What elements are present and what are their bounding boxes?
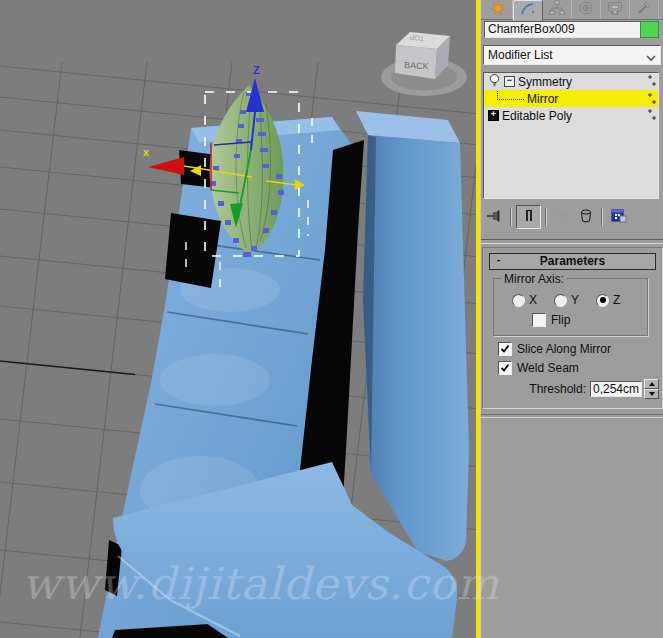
pin-stack-icon: [486, 209, 504, 226]
checkmark-icon: [500, 344, 510, 354]
tab-utilities[interactable]: [630, 0, 659, 19]
modifier-stack-item-editable-poly[interactable]: + Editable Poly: [484, 107, 658, 124]
radio-circle-icon[interactable]: [512, 294, 525, 307]
modifier-stack-item-symmetry[interactable]: − Symmetry: [484, 73, 658, 90]
pin-stack-button[interactable]: [483, 206, 506, 228]
modifier-label: Symmetry: [518, 75, 572, 89]
configure-modifier-sets-icon: [611, 208, 627, 227]
threshold-spinner: [644, 379, 659, 399]
modifier-label: Mirror: [527, 92, 558, 106]
modify-icon: [520, 1, 536, 20]
command-panel: ChamferBox009 Modifier List − Symmetry: [480, 0, 663, 638]
make-unique-button[interactable]: [551, 206, 574, 228]
tab-modify[interactable]: [513, 0, 543, 21]
gizmo-z-label: Z: [253, 64, 260, 76]
tree-branch-icon: [497, 91, 524, 100]
radio-label: Y: [571, 293, 579, 307]
object-name-input[interactable]: ChamferBox009: [484, 21, 642, 38]
slice-along-mirror-checkbox[interactable]: [498, 342, 512, 356]
tab-display[interactable]: [601, 0, 630, 19]
flip-checkbox[interactable]: [532, 313, 546, 327]
panel-bottom-divider: [481, 414, 663, 418]
flip-checkbox-row[interactable]: Flip: [532, 313, 570, 327]
bulb-icon[interactable]: [488, 73, 501, 91]
mirror-axis-group: Mirror Axis: X Y Z: [493, 278, 648, 336]
weld-seam-checkbox[interactable]: [498, 361, 512, 375]
viewcube-front-label: BACK: [404, 60, 429, 71]
radio-y[interactable]: Y: [554, 293, 579, 307]
modifier-stack: − Symmetry Mirror + Editable Poly: [483, 72, 659, 199]
command-panel-tabs: [481, 0, 663, 20]
display-icon: [607, 0, 623, 19]
mirror-axis-options: X Y Z: [512, 293, 620, 307]
weld-label: Weld Seam: [517, 361, 579, 375]
rollout-collapse-button[interactable]: -: [493, 255, 504, 266]
3dsmax-window: x Z BACK: [0, 0, 663, 638]
perspective-viewport[interactable]: x Z BACK: [0, 0, 477, 638]
slice-checkbox-row[interactable]: Slice Along Mirror: [498, 342, 611, 356]
show-end-result-button[interactable]: [516, 205, 541, 229]
spinner-down-button[interactable]: [644, 389, 659, 399]
panel-divider: [481, 239, 663, 244]
weld-checkbox-row[interactable]: Weld Seam: [498, 361, 579, 375]
remove-modifier-icon: [578, 208, 594, 227]
viewport-canvas[interactable]: x Z BACK: [0, 0, 477, 638]
toolbar-separator: [545, 208, 547, 226]
create-icon: [490, 0, 506, 19]
modifier-stack-toolbar: [483, 204, 659, 230]
radio-circle-icon[interactable]: [596, 294, 609, 307]
make-unique-icon: [555, 208, 571, 227]
motion-icon: [578, 0, 594, 19]
rollout-title: Parameters: [540, 254, 605, 268]
modifier-stack-item-mirror[interactable]: Mirror: [484, 90, 658, 107]
slice-label: Slice Along Mirror: [517, 342, 611, 356]
modifier-label: Editable Poly: [502, 109, 572, 123]
configure-modifier-sets-button[interactable]: [607, 206, 630, 228]
spinner-up-button[interactable]: [644, 379, 659, 389]
collapse-box-icon[interactable]: −: [504, 76, 515, 87]
radio-x[interactable]: X: [512, 293, 537, 307]
radio-z[interactable]: Z: [596, 293, 620, 307]
expand-box-icon[interactable]: +: [488, 110, 499, 121]
parameters-rollout-header[interactable]: - Parameters: [489, 253, 656, 270]
spinner-down-icon: [649, 392, 655, 396]
flip-label: Flip: [551, 313, 570, 327]
tab-motion[interactable]: [572, 0, 601, 19]
tab-hierarchy[interactable]: [543, 0, 572, 19]
modifier-list-value: Modifier List: [488, 48, 553, 62]
radio-label: Z: [613, 293, 620, 307]
toolbar-separator: [601, 208, 603, 226]
modifier-list-dropdown[interactable]: Modifier List: [483, 45, 661, 65]
threshold-input[interactable]: 0,254cm: [590, 381, 642, 397]
parameters-rollout: - Parameters Mirror Axis: X Y: [482, 247, 663, 409]
utilities-icon: [636, 0, 652, 19]
toolbar-separator: [510, 208, 512, 226]
hierarchy-icon: [549, 0, 565, 19]
checkmark-icon: [500, 363, 510, 373]
threshold-row: Threshold: 0,254cm: [483, 379, 659, 399]
mirror-axis-legend: Mirror Axis:: [501, 272, 567, 286]
stack-corner-dots: [645, 107, 657, 126]
show-end-result-icon: [521, 208, 537, 227]
radio-selected-dot: [600, 297, 606, 303]
tab-create[interactable]: [484, 0, 513, 19]
threshold-label: Threshold:: [483, 382, 590, 396]
radio-circle-icon[interactable]: [554, 294, 567, 307]
gizmo-x-label: x: [143, 146, 150, 158]
spinner-up-icon: [649, 382, 655, 386]
object-color-swatch[interactable]: [640, 21, 659, 38]
remove-modifier-button[interactable]: [574, 206, 597, 228]
radio-label: X: [529, 293, 537, 307]
chevron-down-icon[interactable]: [645, 51, 657, 65]
